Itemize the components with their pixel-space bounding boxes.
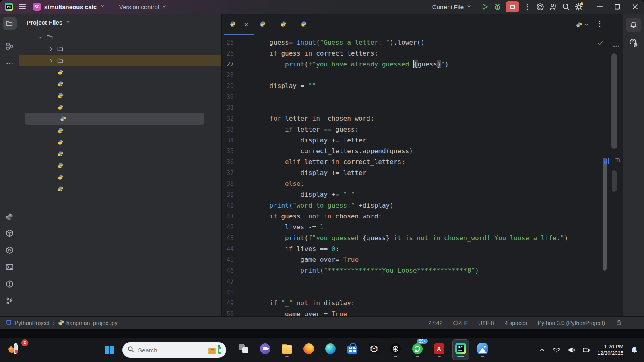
breadcrumb-module[interactable]: PythonProject xyxy=(6,319,50,327)
tree-item-.venv[interactable] xyxy=(19,55,221,66)
tool-stripe-python-packages-icon[interactable] xyxy=(3,210,17,223)
thermometer-icon xyxy=(14,343,18,354)
run-button[interactable] xyxy=(478,1,491,12)
pycharm-window: PC SC simultaneous calc Version control … xyxy=(0,0,644,329)
tree-item-main.py[interactable] xyxy=(19,148,221,160)
taskbar-app-pycharm[interactable]: PC xyxy=(452,339,469,360)
encoding-widget[interactable]: UTF-8 xyxy=(478,320,494,326)
taskbar-app-task-view[interactable] xyxy=(235,339,252,360)
notifications-button[interactable] xyxy=(626,18,641,32)
editor-scrollbar-marker[interactable] xyxy=(612,170,617,192)
battery-icon[interactable] xyxy=(582,346,590,354)
editor-tab-hangman_words.py[interactable] xyxy=(254,14,275,35)
running-indicator xyxy=(394,356,397,357)
line-number: 28 xyxy=(222,72,234,79)
ai-chat-icon[interactable] xyxy=(627,37,640,49)
code-line-27: 27print(f"you have already guessed {gues… xyxy=(222,59,622,70)
tool-stripe-terminal-icon[interactable] xyxy=(3,261,17,274)
editor-tab-hangman_art.py[interactable] xyxy=(275,14,295,35)
maximize-button[interactable] xyxy=(609,0,626,14)
tree-item-pythonproject[interactable] xyxy=(19,31,221,43)
tree-item-project2.py[interactable] xyxy=(19,183,221,195)
left-tool-stripe xyxy=(0,14,19,316)
close-tab-icon[interactable]: ✕ xyxy=(244,22,248,28)
tree-item-hangman-project.py[interactable] xyxy=(25,113,204,125)
tree-item-hangman-art.py[interactable] xyxy=(19,101,221,113)
tree-item-calculator.py[interactable] xyxy=(19,78,221,90)
line-content: else: xyxy=(254,178,304,189)
taskbar-app-photos[interactable] xyxy=(474,339,491,360)
more-actions-button[interactable] xyxy=(521,1,534,12)
interpreter-widget[interactable]: Python 3.9 (PythonProject) xyxy=(538,320,605,326)
taskbar-app-edge[interactable] xyxy=(322,339,339,360)
breadcrumb-file[interactable]: hangman_project.py xyxy=(58,319,118,327)
tool-stripe-python-console-icon[interactable] xyxy=(3,227,17,240)
hide-editor-icon[interactable]: — xyxy=(610,21,617,28)
lock-icon[interactable] xyxy=(615,319,622,327)
tree-item-grade.py[interactable] xyxy=(19,90,221,101)
project-widget[interactable]: SC simultaneous calc xyxy=(33,3,105,11)
taskbar-app-file-explorer[interactable] xyxy=(279,339,295,360)
tool-stripe-more-tool-windows-icon[interactable] xyxy=(3,57,17,70)
tree-item-project1.py[interactable] xyxy=(19,171,221,183)
editor-scrollbar-secondary[interactable] xyxy=(603,158,607,271)
debug-button[interactable] xyxy=(491,1,504,12)
tree-item-.idea[interactable] xyxy=(19,43,221,55)
taskbar-app-firefox[interactable] xyxy=(300,339,317,360)
minimize-button[interactable] xyxy=(591,0,609,14)
bar-chart-icon[interactable] xyxy=(604,158,609,164)
tree-item-password-generator.py[interactable] xyxy=(19,160,221,171)
code-with-me-button[interactable] xyxy=(547,1,559,12)
tool-stripe-structure-icon[interactable] xyxy=(3,40,17,53)
indent-widget[interactable]: 4 spaces xyxy=(505,320,527,326)
taskbar-app-microsoft-store[interactable] xyxy=(344,339,360,360)
clock-widget[interactable]: 1:20 PM 12/30/2025 xyxy=(597,343,623,356)
photos-icon xyxy=(477,343,488,354)
editor-tab-hangman_project.py[interactable]: ✕ xyxy=(224,14,254,35)
editor-scrollbar-thumb[interactable] xyxy=(611,53,617,149)
taskbar-weather-widget[interactable]: 3 xyxy=(9,342,27,358)
tool-stripe-services-icon[interactable] xyxy=(3,244,17,257)
start-button[interactable] xyxy=(101,342,118,358)
hidden-tabs-button[interactable] xyxy=(576,22,589,28)
tree-item-caeser-cipher-1.py[interactable] xyxy=(19,66,221,78)
run-configuration-selector[interactable]: Current File xyxy=(432,4,472,10)
settings-button[interactable] xyxy=(572,1,585,12)
taskbar-app-whatsapp[interactable]: 99+ xyxy=(409,339,425,360)
editor-tab-project2.py[interactable] xyxy=(295,14,316,35)
tool-stripe-version-control-icon[interactable] xyxy=(3,294,17,307)
firefox-icon xyxy=(303,343,314,354)
inspections-ok-icon[interactable] xyxy=(597,39,604,48)
notification-bell-icon[interactable] xyxy=(630,346,638,354)
inspections-more-icon[interactable]: ••• xyxy=(613,43,620,49)
chevron-down-icon[interactable] xyxy=(36,35,45,40)
search-everywhere-button[interactable] xyxy=(559,1,572,12)
caret-position-widget[interactable]: 27:42 xyxy=(428,320,442,326)
tool-stripe-problems-icon[interactable] xyxy=(3,278,17,290)
ai-assistant-button[interactable] xyxy=(534,1,547,12)
tree-item-hangman-words.py[interactable] xyxy=(19,125,221,136)
taskbar-search-box[interactable] xyxy=(122,342,226,358)
code-editor[interactable]: 25guess= input("Guess a letter: ").lower… xyxy=(222,35,622,316)
taskbar-app-video-app[interactable] xyxy=(257,339,273,360)
taskbar-app-acrobat[interactable]: A xyxy=(431,339,447,360)
vcs-widget[interactable]: Version control xyxy=(119,4,167,10)
tree-item-island-project.py[interactable] xyxy=(19,136,221,148)
taskbar-app-chatgpt[interactable] xyxy=(387,339,404,360)
chevron-right-icon[interactable] xyxy=(47,58,56,64)
project-panel-header[interactable]: Project Files xyxy=(19,14,221,31)
close-button[interactable] xyxy=(626,0,644,14)
line-separator-widget[interactable]: CRLF xyxy=(453,320,468,326)
tool-stripe-project-icon[interactable] xyxy=(3,17,17,30)
tray-chevron-icon[interactable] xyxy=(539,346,546,354)
chevron-right-icon[interactable] xyxy=(47,46,56,52)
project-panel: Project Files xyxy=(19,14,222,316)
wifi-icon[interactable] xyxy=(553,346,561,354)
editor-options-icon[interactable] xyxy=(596,20,604,29)
search-input[interactable] xyxy=(138,347,190,354)
taskbar-app-cube-app[interactable] xyxy=(365,339,382,360)
volume-icon[interactable] xyxy=(568,346,576,354)
main-menu-button[interactable] xyxy=(19,4,26,9)
stop-button[interactable] xyxy=(506,1,519,12)
status-bar: PythonProject › hangman_project.py 27:42… xyxy=(0,316,644,329)
